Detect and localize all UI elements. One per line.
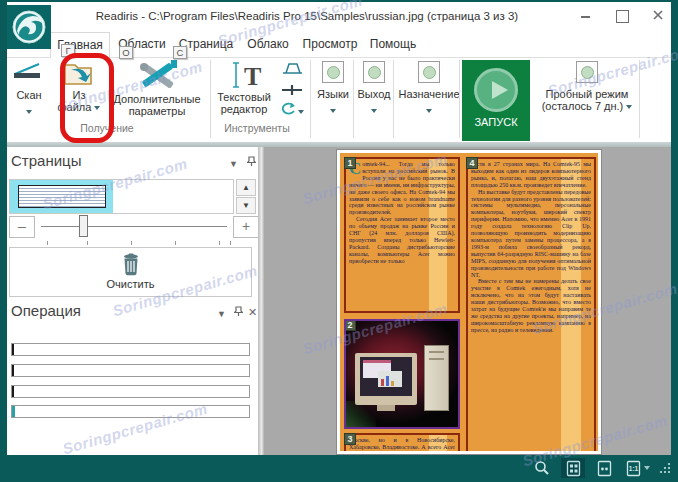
zoom-search-icon[interactable]: [530, 458, 554, 478]
scanner-icon: [9, 58, 49, 90]
clear-pages-label: Очистить: [10, 278, 251, 290]
actual-size-dropdown-icon[interactable]: [644, 466, 650, 470]
maximize-button[interactable]: [615, 8, 629, 22]
minimize-button[interactable]: [579, 8, 593, 22]
actual-size-label: 1:1: [629, 465, 638, 472]
ocr-zone-4[interactable]: 4 льств в 27 странах мира. На Comtek-95 …: [466, 157, 596, 451]
tab-home[interactable]: Главная: [50, 32, 110, 58]
trash-icon: [10, 252, 251, 276]
languages-button[interactable]: Языки: [313, 58, 353, 116]
output-dropdown-icon[interactable]: [371, 109, 377, 113]
ocr-zone-2-photo[interactable]: 2: [344, 319, 460, 429]
output-button[interactable]: Выход: [356, 58, 392, 116]
languages-icon: [322, 61, 344, 83]
scan-button[interactable]: Скан: [9, 58, 49, 117]
zone-1-badge: 1: [344, 157, 356, 169]
thumb-scroll-down-icon[interactable]: ▼: [236, 197, 256, 214]
destination-dropdown-icon[interactable]: [426, 109, 432, 113]
slider-handle[interactable]: [79, 215, 88, 237]
pages-panel-pin-icon[interactable]: [247, 156, 256, 169]
tab-view[interactable]: Просмотр: [299, 32, 361, 58]
from-file-dropdown-icon[interactable]: [94, 106, 100, 110]
thumbnail-strip: [9, 179, 234, 214]
tools-mini-column: [277, 60, 307, 120]
text-editor-button[interactable]: T Текстовый редактор: [213, 58, 275, 115]
app-logo-icon: [7, 5, 51, 49]
readiris-window: Readiris - C:\Program Files\Readiris Pro…: [0, 0, 678, 482]
ocr-zone-1[interactable]: 1 Сomtek-94... Тогда мы только вступали …: [344, 157, 460, 313]
thumb-scroll-up-icon[interactable]: ▲: [236, 179, 256, 196]
keytip-zones: О: [119, 46, 133, 59]
resize-grip[interactable]: [660, 463, 670, 473]
keytip-page: С: [173, 46, 187, 59]
view-page-icon[interactable]: [592, 458, 616, 478]
tab-cloud[interactable]: Облако: [241, 32, 295, 58]
languages-dropdown-icon[interactable]: [330, 109, 336, 113]
group-label-tools: Инструменты: [207, 122, 307, 134]
close-button[interactable]: [651, 8, 665, 22]
trial-mode-button[interactable]: Пробный режим (осталось 7 дн.): [537, 58, 637, 112]
trial-mode-icon: [576, 61, 598, 83]
svg-text:T: T: [244, 62, 261, 91]
view-zones-icon[interactable]: [561, 458, 585, 478]
pages-panel: Страницы ▼ ▲ ▼ – +: [7, 147, 258, 455]
photo-tower: [424, 345, 449, 411]
operation-panel-menu-icon[interactable]: ▼: [217, 309, 226, 319]
zone-3-badge: 3: [344, 433, 356, 445]
thumbnail-zoom-slider: – +: [9, 215, 258, 243]
play-icon: [474, 68, 518, 112]
destination-button[interactable]: Назначение: [396, 58, 462, 116]
group-label-acquisition: Получение: [47, 122, 167, 134]
destination-icon: [418, 61, 440, 83]
window-title: Readiris - C:\Program Files\Readiris Pro…: [67, 10, 547, 22]
tab-help[interactable]: Помощь: [365, 32, 421, 58]
panel-splitter[interactable]: [258, 147, 265, 455]
zoom-out-button[interactable]: –: [9, 216, 35, 238]
photo-monitor: [355, 353, 417, 405]
document-workspace: 1 Сomtek-94... Тогда мы только вступали …: [265, 147, 671, 455]
title-bar: Readiris - C:\Program Files\Readiris Pro…: [7, 2, 671, 32]
page-thumbnail-image: [18, 185, 106, 208]
zone-4-badge: 4: [466, 157, 478, 169]
document-page[interactable]: 1 Сomtek-94... Тогда мы только вступали …: [337, 150, 601, 454]
page-thumbnail-selected[interactable]: [10, 180, 113, 213]
deskew-icon[interactable]: [277, 60, 307, 80]
keytip-home: Г: [61, 44, 75, 57]
trial-dropdown-icon[interactable]: [626, 105, 632, 109]
pages-panel-menu-icon[interactable]: ▼: [229, 159, 238, 169]
rotate-dropdown-icon[interactable]: [298, 110, 304, 114]
from-file-button[interactable]: Из файла: [55, 58, 103, 113]
operation-panel-title: Операция: [11, 302, 81, 319]
rotate-icon[interactable]: [277, 102, 307, 120]
progress-bar-3: [11, 385, 250, 398]
slider-track[interactable]: [41, 226, 227, 227]
tools-wrench-icon: [107, 58, 207, 94]
output-icon: [363, 61, 385, 83]
zoom-in-button[interactable]: +: [233, 216, 259, 238]
view-actual-size-icon[interactable]: 1:1: [623, 458, 653, 478]
operation-panel-close-icon[interactable]: ✕: [248, 306, 257, 319]
ribbon-tabs: Главная Области Страница Облако Просмотр…: [7, 32, 671, 58]
progress-bar-4: [11, 405, 250, 418]
advanced-settings-button[interactable]: Дополнительные параметры: [107, 58, 207, 117]
progress-bar-2: [11, 364, 250, 377]
adjust-icon[interactable]: [277, 82, 307, 100]
progress-bar-1: [11, 343, 250, 356]
scan-dropdown-icon[interactable]: [26, 110, 32, 114]
folder-open-icon: [55, 58, 103, 90]
start-button[interactable]: ЗАПУСК: [462, 60, 530, 141]
operation-panel-pin-icon[interactable]: [234, 306, 243, 319]
ocr-zone-3[interactable]: 3 Москве, но и в Новосибирске, Хабаровск…: [344, 433, 460, 451]
clear-pages-button[interactable]: Очистить: [9, 247, 252, 297]
window-content: Readiris - C:\Program Files\Readiris Pro…: [7, 2, 671, 455]
text-cursor-icon: T: [213, 58, 275, 92]
zone-2-badge: 2: [344, 319, 356, 331]
status-bar: 1:1: [0, 455, 678, 482]
ribbon: Скан Из файла: [7, 57, 671, 142]
pages-panel-title: Страницы: [11, 152, 81, 169]
